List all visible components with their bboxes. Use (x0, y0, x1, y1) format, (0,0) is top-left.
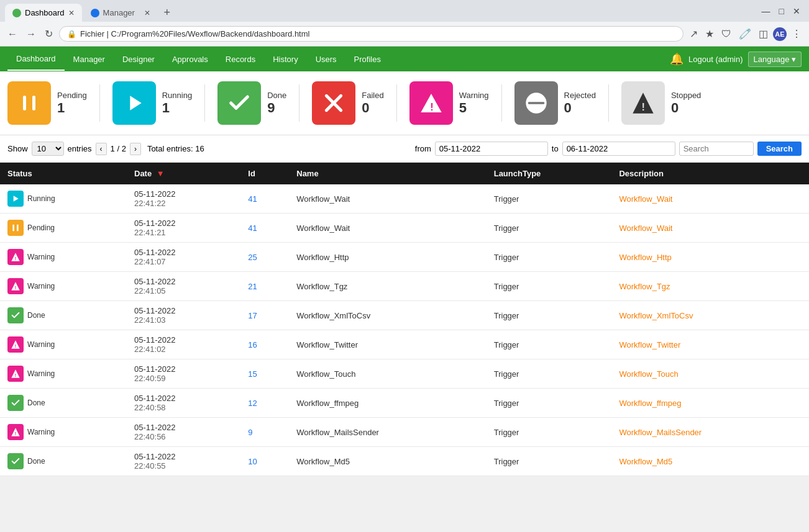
minimize-button[interactable]: — (758, 5, 774, 17)
lock-icon: 🔒 (67, 30, 76, 38)
nav-dashboard[interactable]: Dashboard (7, 48, 65, 71)
maximize-button[interactable]: □ (775, 5, 788, 17)
table-row: ! Warning 05-11-202222:40:56 9 Workflow_… (0, 418, 809, 447)
failed-icon (312, 81, 355, 125)
url-text: Fichier | C:/Program%20Files/Wexflow/Bac… (80, 29, 675, 38)
show-label: Show (7, 144, 28, 153)
next-page-button[interactable]: › (130, 143, 141, 155)
stopped-icon: ! (621, 81, 665, 125)
failed-value: 0 (362, 100, 383, 116)
back-button[interactable]: ← (5, 26, 20, 42)
search-text-input[interactable] (679, 142, 754, 156)
reload-button[interactable]: ↻ (42, 25, 55, 42)
cell-description-3: Workflow_Tgz (611, 272, 809, 301)
tab-dashboard[interactable]: Dashboard ✕ (5, 4, 82, 22)
svg-marker-2 (130, 96, 141, 110)
cell-description-4: Workflow_XmlToCsv (611, 301, 809, 330)
divider-4 (396, 84, 397, 122)
search-button[interactable]: Search (757, 142, 802, 156)
cell-date-8: 05-11-202222:40:56 (127, 418, 240, 447)
cell-id-1: 41 (240, 214, 289, 243)
cell-date-4: 05-11-202222:41:03 (127, 301, 240, 330)
total-entries: Total entries: 16 (147, 144, 204, 153)
done-icon (217, 81, 261, 125)
running-label: Running (162, 91, 192, 100)
svg-rect-1 (32, 96, 35, 110)
cell-date-5: 05-11-202222:41:02 (127, 330, 240, 359)
nav-manager[interactable]: Manager (65, 48, 114, 70)
cell-launchtype-4: Trigger (487, 301, 612, 330)
shield-icon[interactable]: 🛡 (719, 26, 734, 42)
address-bar[interactable]: 🔒 Fichier | C:/Program%20Files/Wexflow/B… (59, 26, 683, 42)
stat-failed[interactable]: Failed 0 (312, 81, 383, 125)
to-date-input[interactable] (562, 142, 675, 156)
new-tab-button[interactable]: + (159, 4, 176, 22)
nav-users[interactable]: Users (307, 48, 345, 70)
cell-launchtype-8: Trigger (487, 418, 612, 447)
menu-icon[interactable]: ⋮ (789, 25, 804, 42)
svg-rect-12 (12, 225, 14, 232)
cell-status-3: ! Warning (0, 272, 127, 301)
cell-date-0: 05-11-202222:41:22 (127, 184, 240, 214)
svg-rect-0 (23, 96, 26, 110)
rejected-label: Rejected (564, 91, 596, 100)
cell-launchtype-0: Trigger (487, 184, 612, 214)
cell-name-2: Workflow_Http (289, 243, 486, 272)
stat-stopped[interactable]: ! Stopped 0 (621, 81, 701, 125)
stopped-value: 0 (671, 100, 701, 116)
tab-manager-label: Manager (103, 8, 135, 17)
language-button[interactable]: Language ▾ (748, 52, 802, 67)
running-value: 1 (162, 100, 192, 116)
cell-launchtype-6: Trigger (487, 359, 612, 389)
cell-name-0: Workflow_Wait (289, 184, 486, 214)
svg-text:!: ! (430, 101, 434, 113)
cell-name-3: Workflow_Tgz (289, 272, 486, 301)
cell-launchtype-9: Trigger (487, 447, 612, 476)
cell-name-4: Workflow_XmlToCsv (289, 301, 486, 330)
cell-id-0: 41 (240, 184, 289, 214)
profile-icon[interactable]: AE (773, 27, 787, 41)
extensions-icon[interactable]: 🧷 (736, 25, 754, 42)
nav-approvals[interactable]: Approvals (163, 48, 217, 70)
share-icon[interactable]: ↗ (687, 25, 700, 42)
from-date-input[interactable] (435, 142, 548, 156)
divider-5 (501, 84, 502, 122)
stopped-label: Stopped (671, 91, 701, 100)
svg-marker-11 (14, 196, 19, 201)
stat-running[interactable]: Running 1 (112, 81, 192, 125)
cell-launchtype-2: Trigger (487, 243, 612, 272)
entries-select[interactable]: 102550100 (32, 142, 64, 156)
split-view-icon[interactable]: ◫ (756, 25, 770, 42)
prev-page-button[interactable]: ‹ (96, 143, 107, 155)
star-icon[interactable]: ★ (703, 25, 716, 42)
stat-warning[interactable]: ! Warning 5 (409, 81, 489, 125)
nav-designer[interactable]: Designer (114, 48, 163, 70)
from-label: from (415, 144, 431, 153)
nav-history[interactable]: History (264, 48, 306, 70)
stats-row: Pending 1 Running 1 Done 9 Failed 0 (0, 71, 809, 135)
cell-id-8: 9 (240, 418, 289, 447)
cell-description-9: Workflow_Md5 (611, 447, 809, 476)
tab-manager[interactable]: Manager ✕ (83, 4, 158, 22)
status-icon-0 (7, 191, 24, 207)
data-table: Status Date ▼ Id Name LaunchType Descrip… (0, 163, 809, 476)
stat-rejected[interactable]: Rejected 0 (514, 81, 596, 125)
close-window-button[interactable]: ✕ (789, 5, 804, 17)
warning-icon: ! (409, 81, 453, 125)
forward-button[interactable]: → (24, 26, 39, 42)
status-icon-2: ! (7, 249, 24, 265)
date-sort-icon: ▼ (157, 169, 165, 178)
stat-done[interactable]: Done 9 (217, 81, 286, 125)
stat-pending[interactable]: Pending 1 (7, 81, 87, 125)
cell-status-8: ! Warning (0, 418, 127, 447)
logout-button[interactable]: Logout (admin) (688, 55, 743, 64)
close-tab-dashboard[interactable]: ✕ (68, 9, 75, 17)
cell-launchtype-5: Trigger (487, 330, 612, 359)
notification-bell-icon[interactable]: 🔔 (670, 52, 683, 66)
close-tab-manager[interactable]: ✕ (144, 9, 150, 17)
cell-description-7: Workflow_ffmpeg (611, 389, 809, 418)
nav-records[interactable]: Records (217, 48, 264, 70)
col-name: Name (289, 163, 486, 184)
col-date[interactable]: Date ▼ (127, 163, 240, 184)
nav-profiles[interactable]: Profiles (345, 48, 390, 70)
